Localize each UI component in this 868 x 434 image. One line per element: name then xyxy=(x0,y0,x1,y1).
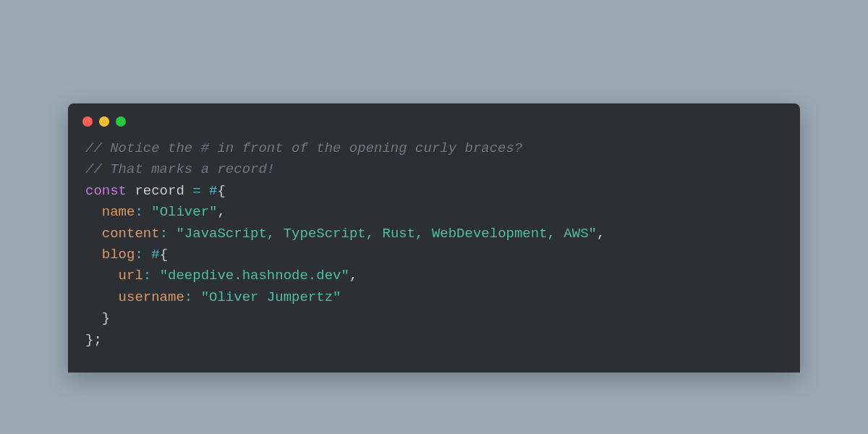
code-key: username xyxy=(119,289,184,305)
code-identifier: record xyxy=(127,183,192,199)
code-brace: } xyxy=(85,310,110,326)
code-comma: , xyxy=(597,226,605,242)
code-indent xyxy=(85,289,119,305)
code-string: "Oliver Jumpertz" xyxy=(201,289,341,305)
code-string: "JavaScript, TypeScript, Rust, WebDevelo… xyxy=(176,226,597,242)
code-colon: : xyxy=(184,289,192,305)
code-key: url xyxy=(119,268,143,284)
minimize-icon[interactable] xyxy=(99,116,109,127)
window-titlebar xyxy=(68,103,800,134)
code-indent xyxy=(85,204,102,220)
code-brace: { xyxy=(217,183,225,199)
code-space xyxy=(143,247,151,263)
code-space xyxy=(168,226,176,242)
code-comment: // That marks a record! xyxy=(85,161,275,177)
code-colon: : xyxy=(135,204,142,220)
code-string: "Oliver" xyxy=(151,204,217,220)
code-punct xyxy=(201,183,209,199)
code-space xyxy=(192,289,200,305)
code-operator: = xyxy=(192,183,200,199)
code-comma: , xyxy=(349,268,357,284)
code-colon: : xyxy=(143,268,151,284)
canvas: // Notice the # in front of the opening … xyxy=(0,0,868,434)
close-icon[interactable] xyxy=(82,116,93,127)
code-keyword: const xyxy=(85,183,127,199)
code-key: content xyxy=(102,226,160,242)
code-space xyxy=(143,204,151,220)
code-semicolon: ; xyxy=(93,332,101,348)
code-window: // Notice the # in front of the opening … xyxy=(68,103,800,373)
code-indent xyxy=(85,226,102,242)
code-comment: // Notice the # in front of the opening … xyxy=(85,140,522,156)
code-indent xyxy=(85,268,119,284)
code-string: "deepdive.hashnode.dev" xyxy=(160,268,349,284)
code-key: name xyxy=(102,204,135,220)
code-brace: } xyxy=(85,332,93,348)
code-hash: # xyxy=(209,183,217,199)
zoom-icon[interactable] xyxy=(116,116,126,127)
code-space xyxy=(151,268,159,284)
code-colon: : xyxy=(160,226,168,242)
code-block: // Notice the # in front of the opening … xyxy=(68,138,800,355)
code-brace: { xyxy=(160,247,168,263)
code-hash: # xyxy=(151,247,159,263)
code-indent xyxy=(85,247,102,263)
code-comma: , xyxy=(217,204,225,220)
code-key: blog xyxy=(102,247,135,263)
code-colon: : xyxy=(135,247,142,263)
